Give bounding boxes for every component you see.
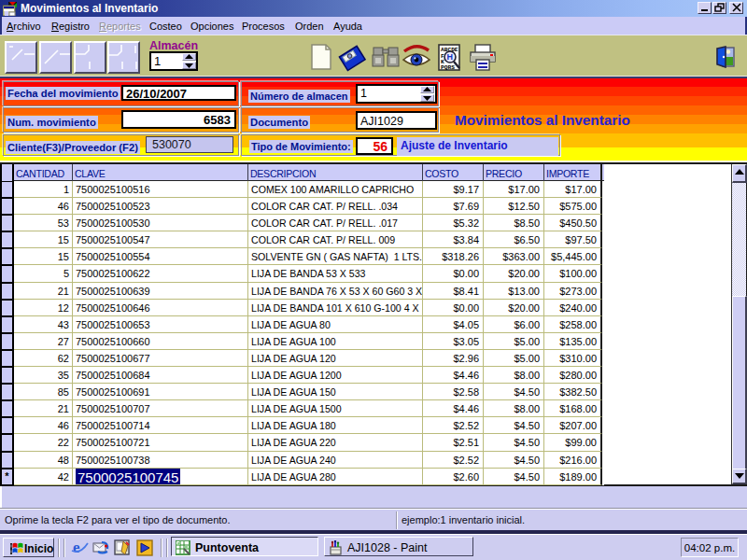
svg-text:e: e — [73, 539, 80, 556]
svg-text:H: H — [447, 52, 454, 62]
svg-text:PQRS: PQRS — [441, 64, 455, 71]
